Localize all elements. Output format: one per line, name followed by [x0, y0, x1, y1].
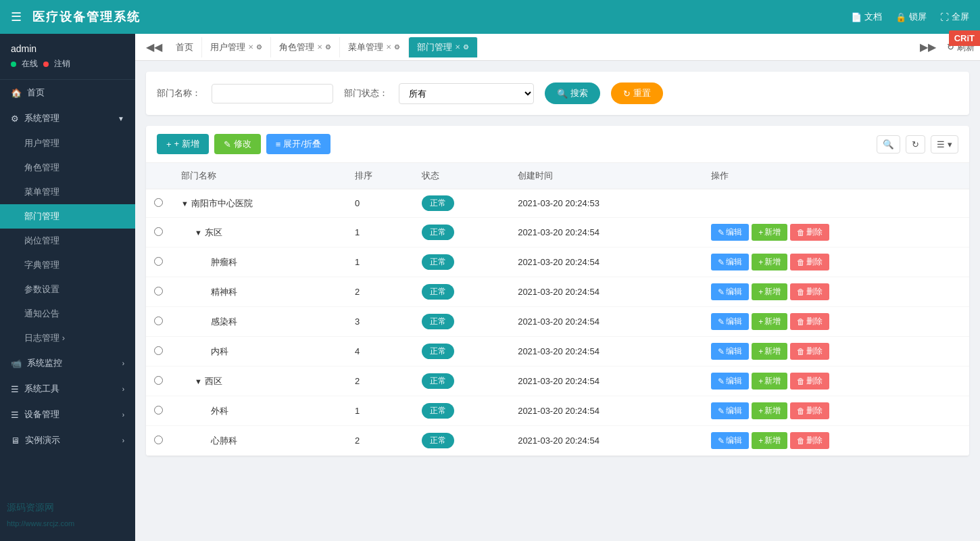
edit-icon: ✎ [718, 317, 725, 327]
row-radio[interactable] [154, 376, 163, 385]
sidebar-item-deptmanage[interactable]: 部门管理 [0, 204, 135, 229]
dept-name-text: 西区 [205, 376, 222, 386]
row-add-button[interactable]: + 新增 [752, 283, 787, 300]
dept-status-select[interactable]: 所有 正常 停用 [399, 83, 534, 104]
sidebar-item-usermanage[interactable]: 用户管理 [0, 131, 135, 156]
row-edit-button[interactable]: ✎ 编辑 [711, 254, 749, 270]
sidebar-item-home[interactable]: 🏠 首页 [0, 80, 135, 105]
row-delete-button[interactable]: 🗑 删除 [790, 402, 829, 419]
reset-button[interactable]: ↻ 重置 [611, 83, 663, 104]
docs-link[interactable]: 📄 文档 [851, 11, 882, 23]
edit-button[interactable]: ✎ 修改 [214, 134, 261, 154]
sidebar-item-dictmanage[interactable]: 字典管理 [0, 253, 135, 277]
fullscreen-icon: ⛶ [940, 12, 949, 22]
tab-next-button[interactable]: ▶▶ [914, 38, 941, 56]
row-delete-button[interactable]: 🗑 删除 [790, 313, 829, 330]
sidebar-item-systools[interactable]: ☰ 系统工具 › [0, 376, 135, 402]
row-add-button[interactable]: + 新增 [752, 373, 787, 390]
row-add-button[interactable]: + 新增 [752, 343, 787, 360]
sidebar-user-status: 在线 注销 [11, 58, 124, 70]
logout-label[interactable]: 注销 [54, 58, 70, 70]
sidebar: admin 在线 注销 🏠 首页 ⚙ 系统管理 ▼ 用户管理 角色管 [0, 34, 135, 541]
settings-icon: ⚙ [11, 114, 19, 124]
tab-deptmanage[interactable]: 部门管理 ✕ ⚙ [409, 37, 478, 57]
tree-toggle-icon[interactable]: ▼ [181, 199, 189, 208]
expand-button[interactable]: ≡ 展开/折叠 [266, 134, 330, 154]
created-cell: 2021-03-20 20:24:54 [510, 367, 703, 396]
row-edit-button[interactable]: ✎ 编辑 [711, 224, 749, 241]
action-buttons: ✎ 编辑+ 新增🗑 删除 [711, 343, 961, 360]
row-radio[interactable] [154, 436, 163, 444]
row-delete-button[interactable]: 🗑 删除 [790, 432, 829, 449]
status-cell: 正常 [414, 307, 510, 337]
tab-home[interactable]: 首页 [168, 37, 202, 57]
tab-close-rolemanage[interactable]: ✕ [317, 43, 322, 51]
tab-prev-button[interactable]: ◀◀ [141, 38, 168, 56]
row-radio[interactable] [154, 316, 163, 325]
row-add-button[interactable]: + 新增 [752, 402, 787, 419]
chevron-right-icon: › [122, 360, 124, 367]
row-edit-button[interactable]: ✎ 编辑 [711, 402, 749, 419]
row-radio[interactable] [154, 198, 163, 207]
sidebar-item-demo[interactable]: 🖥 实例演示 › [0, 427, 135, 453]
table-toolbar-right: 🔍 ↻ ☰ ▾ [877, 135, 958, 154]
expand-icon: ≡ [276, 139, 281, 149]
app-title: 医疗设备管理系统 [32, 9, 141, 25]
row-edit-button[interactable]: ✎ 编辑 [711, 283, 749, 300]
sidebar-item-paramsettings[interactable]: 参数设置 [0, 277, 135, 302]
trash-icon: 🗑 [797, 317, 805, 327]
row-delete-button[interactable]: 🗑 删除 [790, 343, 829, 360]
sidebar-item-postmanage[interactable]: 岗位管理 [0, 229, 135, 253]
tree-toggle-icon[interactable]: ▼ [195, 377, 202, 385]
row-radio[interactable] [154, 406, 163, 415]
fullscreen-link[interactable]: ⛶ 全屏 [940, 11, 969, 23]
dept-name-text: 外科 [211, 406, 228, 416]
row-add-button[interactable]: + 新增 [752, 432, 787, 449]
sort-cell: 3 [347, 307, 414, 337]
tab-close-deptmanage[interactable]: ✕ [455, 43, 460, 51]
edit-icon: ✎ [718, 228, 725, 237]
sidebar-item-sysmonitor[interactable]: 📹 系统监控 › [0, 350, 135, 376]
tab-close-menumanage[interactable]: ✕ [386, 43, 391, 51]
row-delete-button[interactable]: 🗑 删除 [790, 373, 829, 390]
tree-toggle-icon[interactable]: ▼ [195, 229, 202, 237]
row-delete-button[interactable]: 🗑 删除 [790, 283, 829, 300]
table-refresh-button[interactable]: ↻ [906, 135, 925, 154]
sidebar-item-logmanage[interactable]: 日志管理 › [0, 326, 135, 350]
row-radio[interactable] [154, 287, 163, 296]
row-edit-button[interactable]: ✎ 编辑 [711, 313, 749, 330]
tab-rolemanage[interactable]: 角色管理 ✕ ⚙ [271, 37, 340, 57]
tab-usermanage[interactable]: 用户管理 ✕ ⚙ [202, 37, 271, 57]
tab-settings-icon3: ⚙ [394, 43, 400, 51]
plus-icon: + [758, 287, 763, 297]
row-edit-button[interactable]: ✎ 编辑 [711, 343, 749, 360]
row-edit-button[interactable]: ✎ 编辑 [711, 432, 749, 449]
hamburger-button[interactable]: ☰ [11, 9, 22, 24]
search-button[interactable]: 🔍 搜索 [545, 83, 600, 104]
dept-name-input[interactable] [212, 84, 333, 103]
tab-menumanage[interactable]: 菜单管理 ✕ ⚙ [340, 37, 409, 57]
tab-settings-icon4: ⚙ [463, 43, 469, 51]
sidebar-item-notice[interactable]: 通知公告 [0, 302, 135, 326]
sidebar-item-sysmanage[interactable]: ⚙ 系统管理 ▼ [0, 105, 135, 131]
row-radio[interactable] [154, 227, 163, 236]
row-delete-button[interactable]: 🗑 删除 [790, 254, 829, 270]
sort-cell: 1 [347, 218, 414, 248]
reset-icon: ↻ [623, 89, 631, 99]
radio-cell [146, 189, 173, 218]
add-button[interactable]: + + 新增 [157, 134, 209, 154]
row-add-button[interactable]: + 新增 [752, 313, 787, 330]
sidebar-item-menumanage[interactable]: 菜单管理 [0, 180, 135, 204]
row-add-button[interactable]: + 新增 [752, 254, 787, 270]
table-search-button[interactable]: 🔍 [877, 135, 900, 154]
sidebar-item-rolemanage[interactable]: 角色管理 [0, 156, 135, 180]
table-columns-button[interactable]: ☰ ▾ [931, 135, 958, 154]
tab-close-usermanage[interactable]: ✕ [248, 43, 253, 51]
row-edit-button[interactable]: ✎ 编辑 [711, 373, 749, 390]
lock-link[interactable]: 🔒 锁屏 [896, 11, 927, 23]
row-radio[interactable] [154, 257, 163, 266]
row-add-button[interactable]: + 新增 [752, 224, 787, 241]
sidebar-item-equipmanage[interactable]: ☰ 设备管理 › [0, 402, 135, 427]
row-delete-button[interactable]: 🗑 删除 [790, 224, 829, 241]
row-radio[interactable] [154, 346, 163, 355]
